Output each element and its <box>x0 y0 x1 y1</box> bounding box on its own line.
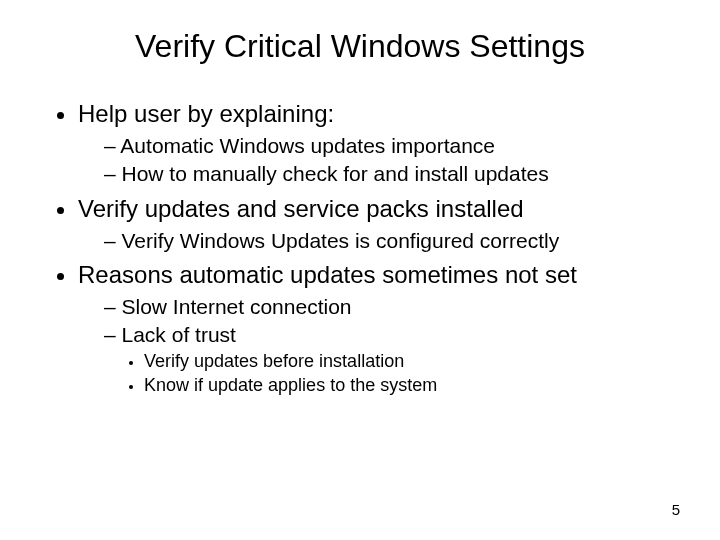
sub-item: How to manually check for and install up… <box>104 161 670 187</box>
sub-item: Slow Internet connection <box>104 294 670 320</box>
sub-item: Automatic Windows updates importance <box>104 133 670 159</box>
sub-list: Verify Windows Updates is configured cor… <box>78 228 670 254</box>
bullet-item: Help user by explaining: Automatic Windo… <box>78 99 670 188</box>
sub-text: How to manually check for and install up… <box>122 162 549 185</box>
sub-item: Lack of trust Verify updates before inst… <box>104 322 670 396</box>
sub-list: Slow Internet connection Lack of trust V… <box>78 294 670 397</box>
sub-text: Slow Internet connection <box>122 295 352 318</box>
sub-sub-item: Know if update applies to the system <box>144 374 670 397</box>
bullet-item: Verify updates and service packs install… <box>78 194 670 254</box>
bullet-text: Help user by explaining: <box>78 100 334 127</box>
sub-item: Verify Windows Updates is configured cor… <box>104 228 670 254</box>
sub-sub-text: Know if update applies to the system <box>144 375 437 395</box>
slide: Verify Critical Windows Settings Help us… <box>0 0 720 540</box>
sub-sub-item: Verify updates before installation <box>144 350 670 373</box>
bullet-item: Reasons automatic updates sometimes not … <box>78 260 670 397</box>
slide-title: Verify Critical Windows Settings <box>50 28 670 65</box>
sub-sub-list: Verify updates before installation Know … <box>104 350 670 396</box>
bullet-list: Help user by explaining: Automatic Windo… <box>50 99 670 396</box>
sub-sub-text: Verify updates before installation <box>144 351 404 371</box>
sub-text: Lack of trust <box>122 323 236 346</box>
bullet-text: Verify updates and service packs install… <box>78 195 524 222</box>
bullet-text: Reasons automatic updates sometimes not … <box>78 261 577 288</box>
page-number: 5 <box>672 501 680 518</box>
sub-text: Automatic Windows updates importance <box>120 134 495 157</box>
sub-text: Verify Windows Updates is configured cor… <box>122 229 560 252</box>
sub-list: Automatic Windows updates importance How… <box>78 133 670 188</box>
